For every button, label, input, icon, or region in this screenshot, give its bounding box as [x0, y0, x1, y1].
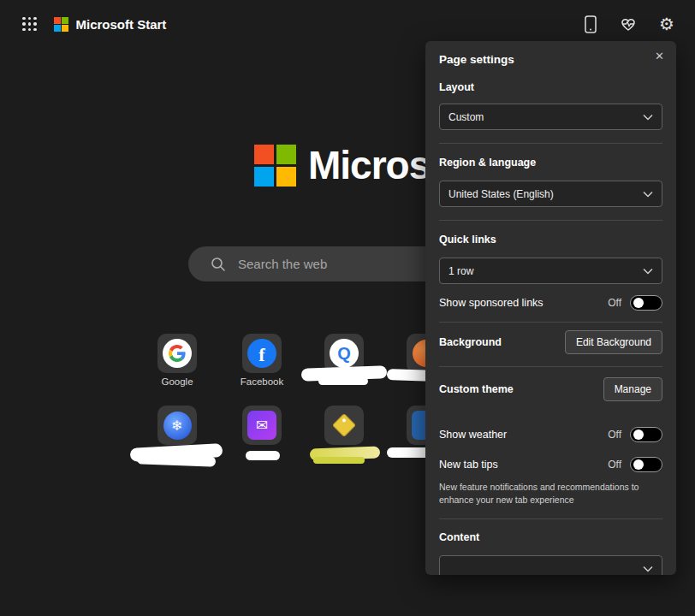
divider: [439, 143, 662, 144]
region-dropdown-value: United States (English): [448, 188, 554, 200]
new-tab-tips-state: Off: [608, 459, 621, 471]
new-tab-tips-row: New tab tips Off: [439, 457, 662, 472]
brand-link[interactable]: Microsoft Start: [54, 17, 167, 32]
search-icon: [211, 257, 226, 272]
quick-link-label: Facebook: [221, 376, 303, 387]
close-icon[interactable]: ✕: [655, 50, 664, 62]
weather-row: Show weather Off: [439, 427, 662, 442]
edit-background-button[interactable]: Edit Background: [565, 330, 662, 354]
background-label: Background: [439, 336, 502, 348]
settings-gear-icon[interactable]: ⚙: [659, 15, 674, 33]
manage-theme-button[interactable]: Manage: [603, 377, 662, 401]
quick-link-facebook[interactable]: f: [242, 334, 282, 373]
chevron-down-icon: [643, 111, 653, 123]
panel-title: Page settings: [439, 53, 662, 68]
quick-links-section-label: Quick links: [439, 234, 662, 247]
censor-scribble: [318, 377, 368, 385]
sponsored-links-toggle[interactable]: [630, 295, 662, 311]
layout-dropdown-value: Custom: [448, 111, 484, 123]
censor-scribble: [246, 451, 280, 460]
mail-icon: ✉: [247, 411, 276, 440]
weather-state: Off: [608, 429, 621, 441]
region-dropdown[interactable]: United States (English): [439, 181, 662, 207]
custom-theme-row: Custom theme Manage: [439, 377, 662, 401]
background-row: Background Edit Background: [439, 330, 662, 354]
censor-scribble: [313, 457, 365, 464]
new-tab-tips-toggle[interactable]: [630, 457, 662, 472]
microsoft-logo-large-icon: [254, 145, 296, 187]
page-settings-panel: Page settings ✕ Layout Custom Region & l…: [425, 41, 676, 575]
new-tab-tips-label: New tab tips: [439, 459, 498, 471]
region-section-label: Region & language: [439, 157, 662, 170]
chevron-down-icon: [643, 265, 653, 277]
weather-toggle[interactable]: [630, 427, 662, 442]
layout-dropdown[interactable]: Custom: [439, 104, 662, 130]
divider: [439, 518, 662, 519]
divider: [439, 366, 662, 367]
quick-link-mail[interactable]: ✉: [242, 406, 282, 445]
custom-theme-label: Custom theme: [439, 383, 514, 395]
sponsored-links-row: Show sponsored links Off: [439, 295, 662, 311]
weather-label: Show weather: [439, 429, 507, 441]
app-title: Microsoft Start: [76, 17, 167, 32]
divider: [439, 220, 662, 221]
content-section-label: Content: [439, 531, 662, 545]
facebook-icon: f: [247, 339, 276, 368]
google-icon: [163, 339, 192, 368]
quick-links-dropdown[interactable]: 1 row: [439, 258, 662, 284]
divider: [439, 322, 662, 323]
tag-icon: [332, 413, 356, 437]
chevron-down-icon: [643, 563, 653, 575]
new-tab-tips-description: New feature notifications and recommenda…: [439, 481, 662, 506]
mobile-icon[interactable]: [584, 15, 597, 33]
quick-link-tag[interactable]: [324, 406, 364, 445]
search-placeholder: Search the web: [238, 257, 327, 271]
blue-app-icon: ❄: [163, 412, 192, 440]
sponsored-links-label: Show sponsored links: [439, 297, 544, 309]
quick-link-label: Google: [136, 376, 218, 387]
sponsored-links-state: Off: [608, 297, 621, 309]
browser-essentials-icon[interactable]: [620, 16, 637, 32]
quick-link-hidden-2[interactable]: ❄: [157, 406, 197, 445]
quick-link-google[interactable]: [157, 334, 197, 373]
q-app-icon: Q: [330, 339, 359, 368]
microsoft-logo-icon: [54, 17, 68, 32]
content-dropdown[interactable]: [439, 555, 662, 575]
chevron-down-icon: [643, 188, 653, 200]
quick-links-dropdown-value: 1 row: [448, 265, 473, 277]
layout-section-label: Layout: [439, 81, 662, 95]
censor-scribble: [137, 453, 216, 466]
apps-grid-icon[interactable]: [21, 15, 39, 33]
